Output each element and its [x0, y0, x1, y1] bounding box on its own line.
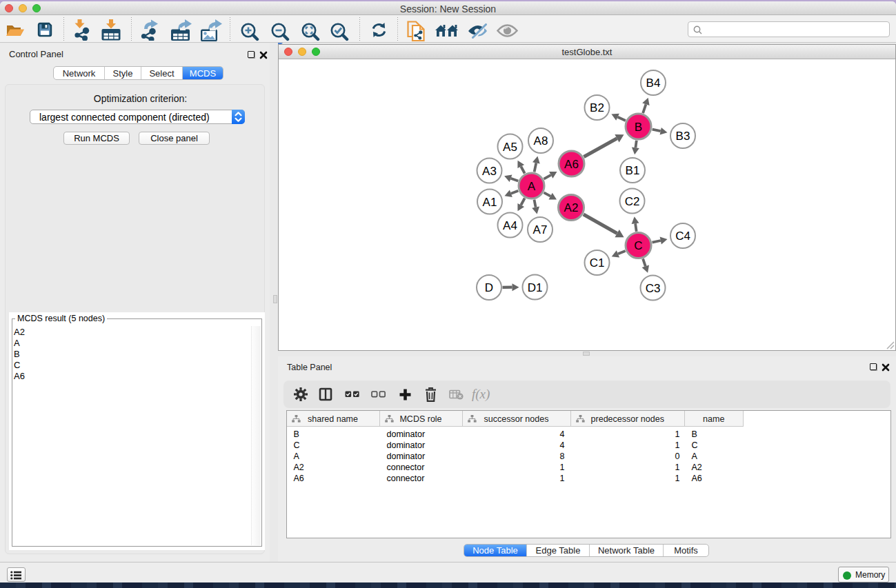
svg-text:D: D	[485, 281, 493, 294]
svg-text:A5: A5	[503, 141, 517, 154]
svg-text:A2: A2	[564, 201, 579, 214]
svg-text:C2: C2	[625, 195, 640, 208]
svg-text:D1: D1	[528, 281, 543, 294]
svg-text:B3: B3	[676, 130, 690, 143]
svg-text:A1: A1	[483, 196, 497, 209]
svg-text:B2: B2	[590, 101, 604, 114]
svg-text:A7: A7	[533, 223, 548, 236]
svg-text:C3: C3	[646, 282, 661, 295]
svg-text:A: A	[528, 180, 536, 193]
svg-text:C4: C4	[675, 230, 690, 243]
svg-text:C1: C1	[590, 256, 605, 270]
svg-text:A4: A4	[503, 219, 517, 232]
svg-text:A3: A3	[482, 165, 497, 178]
svg-text:A6: A6	[564, 158, 579, 171]
svg-text:A8: A8	[534, 134, 548, 148]
svg-text:B4: B4	[646, 77, 661, 90]
svg-text:B: B	[635, 121, 642, 134]
svg-text:B1: B1	[626, 164, 640, 177]
svg-text:C: C	[634, 239, 642, 252]
